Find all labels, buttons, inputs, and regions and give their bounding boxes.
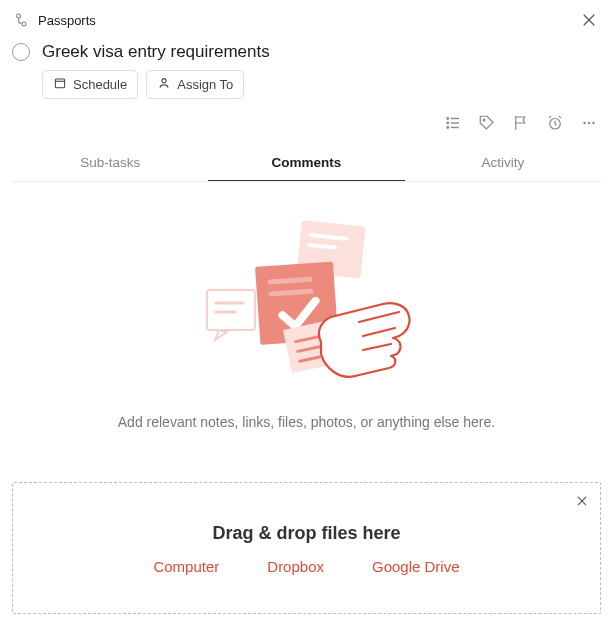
complete-checkbox[interactable] (12, 43, 30, 61)
svg-point-1 (22, 22, 26, 26)
schedule-button[interactable]: Schedule (42, 70, 138, 99)
svg-point-6 (162, 79, 166, 83)
tag-icon[interactable] (477, 113, 497, 133)
calendar-icon (53, 76, 67, 93)
dropzone-title: Drag & drop files here (33, 523, 580, 544)
svg-point-0 (17, 14, 21, 18)
dropzone-close-button[interactable] (572, 491, 592, 511)
tabs: Sub-tasks Comments Activity (12, 143, 601, 182)
flag-icon[interactable] (511, 113, 531, 133)
empty-illustration (197, 212, 417, 392)
list-icon[interactable] (443, 113, 463, 133)
svg-point-11 (447, 127, 449, 129)
upload-gdrive-link[interactable]: Google Drive (372, 558, 460, 575)
svg-point-17 (592, 122, 594, 124)
svg-line-26 (270, 291, 310, 294)
svg-point-13 (483, 119, 485, 121)
svg-point-16 (588, 122, 590, 124)
svg-line-25 (270, 279, 310, 282)
tab-comments[interactable]: Comments (208, 143, 404, 181)
svg-rect-21 (207, 290, 255, 330)
svg-line-20 (309, 245, 335, 248)
schedule-label: Schedule (73, 77, 127, 92)
file-dropzone[interactable]: Drag & drop files here Computer Dropbox … (12, 482, 601, 614)
tab-subtasks[interactable]: Sub-tasks (12, 143, 208, 181)
empty-state-text: Add relevant notes, links, files, photos… (117, 412, 497, 432)
close-button[interactable] (577, 8, 601, 32)
person-icon (157, 76, 171, 93)
svg-rect-4 (55, 79, 64, 88)
reminder-icon[interactable] (545, 113, 565, 133)
task-title[interactable]: Greek visa entry requirements (42, 42, 270, 62)
svg-point-15 (583, 122, 585, 124)
assign-button[interactable]: Assign To (146, 70, 244, 99)
svg-point-9 (447, 122, 449, 124)
project-icon (12, 12, 28, 28)
tab-activity[interactable]: Activity (405, 143, 601, 181)
more-icon[interactable] (579, 113, 599, 133)
assign-label: Assign To (177, 77, 233, 92)
upload-dropbox-link[interactable]: Dropbox (267, 558, 324, 575)
upload-computer-link[interactable]: Computer (153, 558, 219, 575)
svg-point-7 (447, 118, 449, 120)
breadcrumb[interactable]: Passports (38, 13, 567, 28)
